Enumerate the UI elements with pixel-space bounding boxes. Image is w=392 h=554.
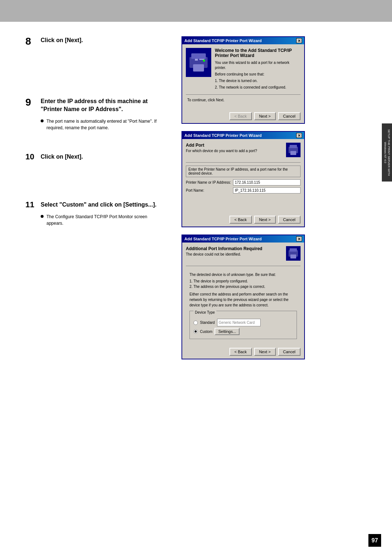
dialog-3-device-type-group: Device Type Standard Generic Network Car… bbox=[189, 311, 297, 339]
dialog-3-close-button[interactable]: ✕ bbox=[296, 236, 302, 241]
dialog-2-info-box: Enter the Printer Name or IP address, an… bbox=[186, 166, 301, 177]
dialog-1: Add Standard TCP/IP Printer Port Wizard … bbox=[181, 36, 305, 124]
step-11-section: 11 Select "Custom" and click on [Setting… bbox=[25, 201, 163, 226]
dialog-2-section-title: Add Port bbox=[186, 143, 257, 148]
bullet-dot-2 bbox=[41, 215, 44, 218]
dialog-2-header-area: Add Port For which device do you want to… bbox=[186, 143, 257, 154]
dialog-3-header-area: Additional Port Information Required The… bbox=[186, 246, 262, 258]
dialog-3-custom-label: Custom bbox=[200, 329, 212, 334]
dialog-3-divider bbox=[186, 266, 301, 266]
dialog-3-wizard-icon bbox=[286, 246, 301, 261]
dialog-3-title-bar: Add Standard TCP/IP Printer Port Wizard … bbox=[182, 235, 304, 243]
dialog-3-device-type-label: Device Type bbox=[193, 310, 216, 315]
dialog-3-info1: The detected device is of unknown type. … bbox=[189, 272, 297, 277]
dialog-3-radio-custom-row: Custom Settings... bbox=[193, 328, 293, 335]
dialog-3-check1: 1. The device is properly configured. bbox=[189, 278, 297, 284]
dialog-2-title: Add Standard TCP/IP Printer Port Wizard bbox=[184, 133, 262, 138]
dialog-2-back-button[interactable]: < Back bbox=[229, 216, 252, 224]
dialog-2-section-sub: For which device do you want to add a po… bbox=[186, 149, 257, 153]
step-11-number: 11 bbox=[25, 201, 36, 209]
main-content: 8 Click on [Next]. 9 Enter the IP addres… bbox=[0, 22, 392, 370]
dialog-3-check2: 2. The address on the previous page is c… bbox=[189, 284, 297, 289]
dialog-3-body: Additional Port Information Required The… bbox=[182, 243, 304, 346]
dialog-1-next-button[interactable]: Next > bbox=[254, 112, 276, 120]
step-10-section: 10 Click on [Next]. bbox=[25, 153, 163, 161]
step-10-title: Click on [Next]. bbox=[41, 153, 83, 161]
dialog-2-next-button[interactable]: Next > bbox=[254, 216, 276, 224]
dialog-2-printer-label: Printer Name or IP Address: bbox=[186, 180, 233, 184]
dialog-3-buttons: < Back Next > Cancel bbox=[182, 346, 304, 359]
dialog-2-body: Add Port For which device do you want to… bbox=[182, 139, 304, 213]
printer-wizard-icon bbox=[188, 50, 209, 75]
dialog-1-divider bbox=[186, 94, 301, 95]
dialog-1-text-area: Welcome to the Add Standard TCP/IP Print… bbox=[215, 48, 301, 91]
step-9-header: 9 Enter the IP address of this machine a… bbox=[25, 97, 163, 114]
dialog-1-continue: To continue, click Next. bbox=[186, 98, 301, 105]
dialog-3-back-button[interactable]: < Back bbox=[229, 348, 252, 356]
dialog-1-title-bar: Add Standard TCP/IP Printer Port Wizard … bbox=[182, 37, 304, 44]
dialog-1-section-title: Welcome to the Add Standard TCP/IP Print… bbox=[215, 48, 301, 58]
dialog-1-check1: 1. The device is turned on. bbox=[215, 78, 301, 83]
svg-point-5 bbox=[203, 60, 205, 62]
step-9-section: 9 Enter the IP address of this machine a… bbox=[25, 97, 163, 131]
step-9-body: The port name is automatically entered a… bbox=[25, 118, 163, 131]
step-9-bullet-1: The port name is automatically entered a… bbox=[41, 118, 163, 131]
dialog-3-radio-custom[interactable] bbox=[193, 329, 198, 334]
dialog-1-back-button[interactable]: < Back bbox=[229, 112, 252, 120]
svg-rect-8 bbox=[290, 151, 296, 155]
step-10-header: 10 Click on [Next]. bbox=[25, 153, 163, 161]
dialog-2-port-input[interactable] bbox=[233, 187, 301, 194]
dialog-2-close-button[interactable]: ✕ bbox=[296, 133, 302, 138]
right-column: Add Standard TCP/IP Printer Port Wizard … bbox=[174, 33, 312, 370]
step-9-title: Enter the IP address of this machine at … bbox=[41, 97, 163, 114]
dialog-2-port-label: Port Name: bbox=[186, 188, 233, 192]
svg-rect-11 bbox=[290, 254, 296, 258]
step-8-section: 8 Click on [Next]. bbox=[25, 36, 163, 46]
dialog-3-section-sub: The device could not be identified. bbox=[186, 252, 262, 256]
svg-rect-1 bbox=[191, 53, 206, 59]
dialog-3-radio-standard[interactable] bbox=[193, 321, 198, 325]
dialog-2-cancel-button[interactable]: Cancel bbox=[278, 216, 301, 224]
dialog-3-next-button[interactable]: Next > bbox=[254, 348, 276, 356]
dialog-2-printer-input[interactable] bbox=[233, 179, 301, 186]
dialog-3-title: Add Standard TCP/IP Printer Port Wizard bbox=[184, 237, 262, 241]
svg-rect-3 bbox=[195, 59, 198, 61]
svg-rect-7 bbox=[290, 145, 297, 148]
dialog-1-icon-area bbox=[186, 48, 211, 77]
bullet-dot bbox=[41, 119, 44, 122]
dialog-3-settings-button[interactable]: Settings... bbox=[215, 328, 240, 335]
step-8-header: 8 Click on [Next]. bbox=[25, 36, 163, 46]
dialog-1-title: Add Standard TCP/IP Printer Port Wizard bbox=[184, 38, 262, 43]
top-bar bbox=[0, 0, 392, 22]
dialog-2-title-bar: Add Standard TCP/IP Printer Port Wizard … bbox=[182, 132, 304, 139]
dialog-2-buttons: < Back Next > Cancel bbox=[182, 213, 304, 227]
dialog-3-cancel-button[interactable]: Cancel bbox=[278, 348, 301, 356]
side-tab: SETUP THE PRINT SERVER WITH Windows NT 4… bbox=[382, 123, 392, 182]
page-container: 8 Click on [Next]. 9 Enter the IP addres… bbox=[0, 0, 392, 554]
step-11-title: Select "Custom" and click on [Settings..… bbox=[41, 201, 156, 209]
step-8-title: Click on [Next]. bbox=[41, 36, 83, 44]
left-column: 8 Click on [Next]. 9 Enter the IP addres… bbox=[0, 33, 174, 370]
step-9-bullet-text: The port name is automatically entered a… bbox=[46, 118, 163, 131]
step-11-bullet-text: The Configure Standard TCP/IP Port Monit… bbox=[46, 213, 163, 227]
dialog-1-close-button[interactable]: ✕ bbox=[296, 38, 302, 43]
step-11-body: The Configure Standard TCP/IP Port Monit… bbox=[25, 213, 163, 227]
step-11-bullet-1: The Configure Standard TCP/IP Port Monit… bbox=[41, 213, 163, 227]
step-9-number: 9 bbox=[25, 97, 36, 107]
svg-rect-10 bbox=[290, 248, 297, 252]
dialog-2-wizard-icon bbox=[286, 143, 301, 157]
dialog-2-divider bbox=[186, 162, 301, 163]
dialog-3-section-title: Additional Port Information Required bbox=[186, 246, 262, 251]
dialog-3: Add Standard TCP/IP Printer Port Wizard … bbox=[181, 235, 305, 359]
dialog-3-info2: Either correct the address and perform a… bbox=[189, 292, 297, 308]
page-number: 97 bbox=[368, 534, 381, 547]
dialog-2-port-row: Port Name: bbox=[186, 187, 301, 194]
svg-rect-2 bbox=[193, 64, 204, 72]
dialog-1-buttons: < Back Next > Cancel bbox=[182, 110, 304, 123]
dialog-1-check2: 2. The network is connected and configur… bbox=[215, 85, 301, 90]
dialog-3-standard-label: Standard bbox=[200, 320, 215, 325]
dialog-1-cancel-button[interactable]: Cancel bbox=[278, 112, 301, 120]
dialog-3-full-body: The detected device is of unknown type. … bbox=[186, 269, 301, 342]
step-11-header: 11 Select "Custom" and click on [Setting… bbox=[25, 201, 163, 209]
dialog-3-standard-select[interactable]: Generic Network Card bbox=[217, 319, 261, 326]
